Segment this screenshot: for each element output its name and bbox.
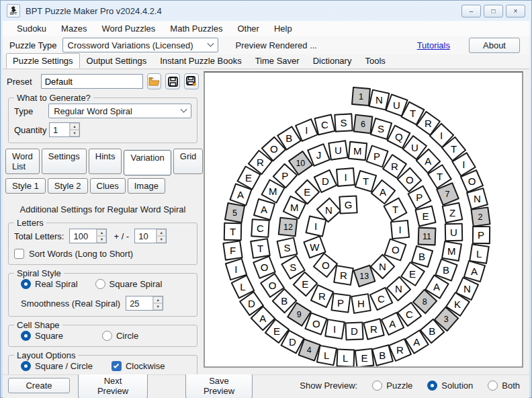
spiral-cell-text: K <box>454 298 461 310</box>
spiral-cell-text: P <box>281 170 288 182</box>
menu-item-word-puzzles[interactable]: Word Puzzles <box>94 22 163 35</box>
menu-item-mazes[interactable]: Mazes <box>54 22 94 35</box>
cell-circle-label: Circle <box>116 331 138 341</box>
spin-down-icon[interactable]: ▼ <box>153 303 163 310</box>
menu-item-help[interactable]: Help <box>267 22 300 35</box>
type-select[interactable]: Regular Word Spiral <box>48 104 191 118</box>
spin-down-icon[interactable]: ▼ <box>70 130 79 136</box>
preview-puzzle-radio[interactable] <box>372 381 382 391</box>
spiral-cell-text: J <box>316 149 321 161</box>
spiral-letter-cell: S <box>335 114 353 132</box>
spin-down-icon[interactable]: ▼ <box>97 236 106 243</box>
spiral-cell-text: E <box>302 278 309 290</box>
tab-tools[interactable]: Tools <box>358 53 392 69</box>
menu-item-math-puzzles[interactable]: Math Puzzles <box>163 22 230 35</box>
spiral-canvas: 1NUTRITION2PLANK3BARBELL4DEADLIFT5AEROBI… <box>205 73 522 366</box>
minimize-button[interactable]: – <box>461 5 481 17</box>
spiral-cell-text: 8 <box>423 297 427 307</box>
preset-input[interactable] <box>41 74 143 89</box>
tab-output-settings[interactable]: Output Settings <box>80 53 154 69</box>
spiral-number-cell: 2 <box>470 206 490 227</box>
subtab-variation[interactable]: Variation <box>124 150 171 175</box>
save-preview-button[interactable]: Save Preview <box>185 373 253 398</box>
spiral-cell-text: T <box>437 171 443 182</box>
content-area: Preset <box>3 69 529 374</box>
app-window: BPT BPT Puzzle Maker Pro v2024.4.2.4 – □… <box>0 0 532 398</box>
spin-up-icon[interactable]: ▲ <box>157 229 166 236</box>
subtab-grid[interactable]: Grid <box>173 149 203 174</box>
spiral-style-group-title: Spiral Style <box>14 268 64 278</box>
cell-square-radio[interactable] <box>21 331 31 341</box>
quantity-stepper[interactable]: 1 ▲▼ <box>49 122 80 137</box>
menu-item-other[interactable]: Other <box>230 22 267 35</box>
tab-dictionary[interactable]: Dictionary <box>306 53 359 69</box>
subtab-hints[interactable]: Hints <box>89 149 122 174</box>
clockwise-checkbox[interactable] <box>112 361 122 371</box>
spin-up-icon[interactable]: ▲ <box>153 296 163 303</box>
puzzle-type-select[interactable]: Crossword Variations (Licensed) <box>62 38 218 52</box>
maximize-button[interactable]: □ <box>484 5 503 17</box>
spiral-cell-text: A <box>389 318 396 329</box>
spiral-cell-text: O <box>270 143 278 155</box>
sort-words-checkbox[interactable] <box>14 249 24 259</box>
square-spiral-radio[interactable] <box>95 279 105 289</box>
spiral-number-cell: 11 <box>417 227 436 246</box>
spiral-cell-text: P <box>338 297 345 309</box>
clockwise-label: Clockwise <box>126 361 165 371</box>
spiral-cell-text: N <box>463 283 471 294</box>
save-preset-as-button[interactable] <box>184 73 199 89</box>
open-preset-button[interactable] <box>147 73 162 89</box>
preview-solution-radio[interactable] <box>427 381 437 391</box>
about-button[interactable]: About <box>469 38 520 53</box>
create-button[interactable]: Create <box>8 378 70 393</box>
spiral-letter-cell: E <box>415 206 437 227</box>
spiral-cell-text: 3 <box>444 314 449 323</box>
spiral-cell-text: B <box>379 350 386 361</box>
spiral-cell-text: C <box>378 293 385 305</box>
square-circle-radio[interactable] <box>21 361 31 371</box>
tab-time-saver[interactable]: Time Saver <box>249 53 306 69</box>
square-spiral-label: Square Spiral <box>109 279 163 289</box>
spiral-cell-text: N <box>395 283 402 294</box>
letters-group: Letters Total Letters: 100 ▲▼ + / - 10 ▲… <box>8 223 197 265</box>
next-preview-button[interactable]: Next Preview <box>78 373 148 398</box>
spiral-cell-text: O <box>321 260 329 271</box>
subtab-image[interactable]: Image <box>128 178 165 194</box>
spiral-cell-text: T <box>410 108 416 119</box>
smoothness-value: 25 <box>126 296 152 310</box>
spin-up-icon[interactable]: ▲ <box>97 229 106 236</box>
spiral-cell-text: T <box>451 143 457 155</box>
spiral-cell-text: O <box>468 175 476 187</box>
save-preset-button[interactable] <box>165 73 180 89</box>
subtab-settings[interactable]: Settings <box>42 149 87 174</box>
tutorials-link[interactable]: Tutorials <box>417 40 450 50</box>
title-bar: BPT BPT Puzzle Maker Pro v2024.4.2.4 – □… <box>3 1 529 21</box>
total-letters-value: 100 <box>70 229 96 243</box>
tab-puzzle-settings[interactable]: Puzzle Settings <box>6 53 80 69</box>
subtab-style-2[interactable]: Style 2 <box>48 178 88 194</box>
close-button[interactable]: × <box>506 5 525 17</box>
spiral-cell-text: P <box>373 151 380 162</box>
spiral-cell-text: P <box>416 192 423 203</box>
spin-down-icon[interactable]: ▼ <box>157 236 166 243</box>
plus-minus-stepper[interactable]: 10 ▲▼ <box>134 229 167 243</box>
spiral-cell-text: 2 <box>478 212 483 221</box>
tab-instant-puzzle-books[interactable]: Instant Puzzle Books <box>153 53 248 69</box>
total-letters-stepper[interactable]: 100 ▲▼ <box>69 229 107 243</box>
spiral-cell-text: N <box>375 94 383 106</box>
cell-circle-radio[interactable] <box>102 331 112 341</box>
spiral-cell-text: U <box>411 142 418 153</box>
preview-both-radio[interactable] <box>488 381 498 391</box>
spin-up-icon[interactable]: ▲ <box>70 123 79 130</box>
spiral-cell-text: R <box>318 290 326 302</box>
subtab-word-list[interactable]: Word List <box>5 149 40 174</box>
subtab-clues[interactable]: Clues <box>90 178 126 194</box>
spiral-number-cell: 6 <box>353 114 373 134</box>
real-spiral-radio[interactable] <box>21 279 31 289</box>
subtab-style-1[interactable]: Style 1 <box>5 178 46 194</box>
menu-item-sudoku[interactable]: Sudoku <box>9 22 54 35</box>
spiral-cell-text: R <box>257 157 264 168</box>
smoothness-stepper[interactable]: 25 ▲▼ <box>126 296 163 311</box>
main-tabs: Puzzle Settings Output Settings Instant … <box>3 54 529 69</box>
smoothness-label: Smoothness (Real Spiral) <box>21 298 120 309</box>
